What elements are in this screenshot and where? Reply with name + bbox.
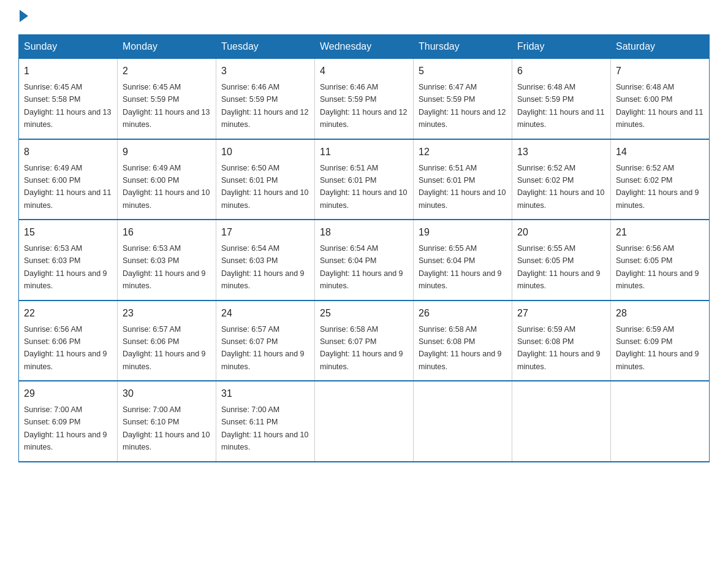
calendar-cell: 14 Sunrise: 6:52 AMSunset: 6:02 PMDaylig… xyxy=(611,139,710,220)
day-info: Sunrise: 6:59 AMSunset: 6:09 PMDaylight:… xyxy=(616,325,699,371)
calendar-header-monday: Monday xyxy=(118,35,216,59)
day-info: Sunrise: 6:49 AMSunset: 6:00 PMDaylight:… xyxy=(24,164,111,210)
calendar-cell: 16 Sunrise: 6:53 AMSunset: 6:03 PMDaylig… xyxy=(118,220,216,301)
logo-arrow-icon xyxy=(20,10,28,22)
calendar-header-sunday: Sunday xyxy=(19,35,118,59)
day-number: 10 xyxy=(221,145,309,159)
logo xyxy=(18,12,28,22)
day-number: 20 xyxy=(517,225,605,240)
calendar-week-row: 29 Sunrise: 7:00 AMSunset: 6:09 PMDaylig… xyxy=(19,381,710,462)
day-info: Sunrise: 6:45 AMSunset: 5:58 PMDaylight:… xyxy=(24,83,111,129)
calendar-cell: 19 Sunrise: 6:55 AMSunset: 6:04 PMDaylig… xyxy=(414,220,512,301)
day-number: 29 xyxy=(24,386,112,401)
day-number: 1 xyxy=(24,64,112,79)
calendar-cell: 9 Sunrise: 6:49 AMSunset: 6:00 PMDayligh… xyxy=(118,139,216,220)
day-info: Sunrise: 7:00 AMSunset: 6:11 PMDaylight:… xyxy=(221,405,308,451)
calendar-cell: 31 Sunrise: 7:00 AMSunset: 6:11 PMDaylig… xyxy=(216,381,315,462)
day-number: 19 xyxy=(419,225,507,240)
day-number: 13 xyxy=(517,145,605,159)
day-number: 28 xyxy=(616,306,704,321)
calendar-cell: 11 Sunrise: 6:51 AMSunset: 6:01 PMDaylig… xyxy=(315,139,414,220)
day-info: Sunrise: 6:46 AMSunset: 5:59 PMDaylight:… xyxy=(320,83,407,129)
day-info: Sunrise: 6:57 AMSunset: 6:07 PMDaylight:… xyxy=(221,325,305,371)
day-info: Sunrise: 6:55 AMSunset: 6:04 PMDaylight:… xyxy=(419,244,502,290)
day-number: 16 xyxy=(123,225,211,240)
day-info: Sunrise: 6:51 AMSunset: 6:01 PMDaylight:… xyxy=(419,164,506,210)
calendar-cell xyxy=(611,381,710,462)
calendar-cell: 21 Sunrise: 6:56 AMSunset: 6:05 PMDaylig… xyxy=(611,220,710,301)
day-info: Sunrise: 6:58 AMSunset: 6:07 PMDaylight:… xyxy=(320,325,403,371)
day-number: 22 xyxy=(24,306,112,321)
day-info: Sunrise: 6:59 AMSunset: 6:08 PMDaylight:… xyxy=(517,325,601,371)
calendar-cell: 18 Sunrise: 6:54 AMSunset: 6:04 PMDaylig… xyxy=(315,220,414,301)
calendar-week-row: 15 Sunrise: 6:53 AMSunset: 6:03 PMDaylig… xyxy=(19,220,710,301)
day-number: 27 xyxy=(517,306,605,321)
day-number: 6 xyxy=(517,64,605,79)
day-number: 2 xyxy=(123,64,211,79)
calendar-cell: 24 Sunrise: 6:57 AMSunset: 6:07 PMDaylig… xyxy=(216,301,315,381)
calendar-cell: 1 Sunrise: 6:45 AMSunset: 5:58 PMDayligh… xyxy=(19,59,118,139)
day-number: 21 xyxy=(616,225,704,240)
calendar-cell: 29 Sunrise: 7:00 AMSunset: 6:09 PMDaylig… xyxy=(19,381,118,462)
calendar-cell: 4 Sunrise: 6:46 AMSunset: 5:59 PMDayligh… xyxy=(315,59,414,139)
day-info: Sunrise: 6:52 AMSunset: 6:02 PMDaylight:… xyxy=(517,164,604,210)
calendar-cell: 12 Sunrise: 6:51 AMSunset: 6:01 PMDaylig… xyxy=(414,139,512,220)
calendar-header-wednesday: Wednesday xyxy=(315,35,414,59)
calendar-table: SundayMondayTuesdayWednesdayThursdayFrid… xyxy=(18,34,710,462)
calendar-cell: 22 Sunrise: 6:56 AMSunset: 6:06 PMDaylig… xyxy=(19,301,118,381)
day-info: Sunrise: 6:50 AMSunset: 6:01 PMDaylight:… xyxy=(221,164,308,210)
calendar-header-saturday: Saturday xyxy=(611,35,710,59)
calendar-week-row: 22 Sunrise: 6:56 AMSunset: 6:06 PMDaylig… xyxy=(19,301,710,381)
calendar-cell: 3 Sunrise: 6:46 AMSunset: 5:59 PMDayligh… xyxy=(216,59,315,139)
calendar-week-row: 1 Sunrise: 6:45 AMSunset: 5:58 PMDayligh… xyxy=(19,59,710,139)
day-info: Sunrise: 6:56 AMSunset: 6:05 PMDaylight:… xyxy=(616,244,699,290)
calendar-cell xyxy=(315,381,414,462)
day-number: 31 xyxy=(221,386,309,401)
day-info: Sunrise: 6:47 AMSunset: 5:59 PMDaylight:… xyxy=(419,83,506,129)
day-info: Sunrise: 6:52 AMSunset: 6:02 PMDaylight:… xyxy=(616,164,699,210)
day-info: Sunrise: 6:54 AMSunset: 6:03 PMDaylight:… xyxy=(221,244,305,290)
day-info: Sunrise: 6:48 AMSunset: 5:59 PMDaylight:… xyxy=(517,83,604,129)
day-info: Sunrise: 6:48 AMSunset: 6:00 PMDaylight:… xyxy=(616,83,703,129)
day-number: 4 xyxy=(320,64,408,79)
calendar-cell: 2 Sunrise: 6:45 AMSunset: 5:59 PMDayligh… xyxy=(118,59,216,139)
page-header xyxy=(18,12,710,22)
day-number: 12 xyxy=(419,145,507,159)
day-info: Sunrise: 6:53 AMSunset: 6:03 PMDaylight:… xyxy=(123,244,206,290)
day-info: Sunrise: 6:53 AMSunset: 6:03 PMDaylight:… xyxy=(24,244,107,290)
day-number: 25 xyxy=(320,306,408,321)
calendar-cell: 8 Sunrise: 6:49 AMSunset: 6:00 PMDayligh… xyxy=(19,139,118,220)
day-number: 26 xyxy=(419,306,507,321)
calendar-header-friday: Friday xyxy=(512,35,611,59)
day-info: Sunrise: 6:56 AMSunset: 6:06 PMDaylight:… xyxy=(24,325,107,371)
calendar-cell: 30 Sunrise: 7:00 AMSunset: 6:10 PMDaylig… xyxy=(118,381,216,462)
day-number: 11 xyxy=(320,145,408,159)
day-number: 18 xyxy=(320,225,408,240)
day-number: 15 xyxy=(24,225,112,240)
calendar-header-row: SundayMondayTuesdayWednesdayThursdayFrid… xyxy=(19,35,710,59)
day-number: 24 xyxy=(221,306,309,321)
calendar-cell: 23 Sunrise: 6:57 AMSunset: 6:06 PMDaylig… xyxy=(118,301,216,381)
day-info: Sunrise: 6:58 AMSunset: 6:08 PMDaylight:… xyxy=(419,325,502,371)
day-number: 7 xyxy=(616,64,704,79)
day-info: Sunrise: 7:00 AMSunset: 6:10 PMDaylight:… xyxy=(123,405,210,451)
day-info: Sunrise: 7:00 AMSunset: 6:09 PMDaylight:… xyxy=(24,405,107,451)
day-number: 23 xyxy=(123,306,211,321)
calendar-cell: 7 Sunrise: 6:48 AMSunset: 6:00 PMDayligh… xyxy=(611,59,710,139)
calendar-cell: 10 Sunrise: 6:50 AMSunset: 6:01 PMDaylig… xyxy=(216,139,315,220)
day-info: Sunrise: 6:54 AMSunset: 6:04 PMDaylight:… xyxy=(320,244,403,290)
calendar-cell: 17 Sunrise: 6:54 AMSunset: 6:03 PMDaylig… xyxy=(216,220,315,301)
day-info: Sunrise: 6:55 AMSunset: 6:05 PMDaylight:… xyxy=(517,244,601,290)
day-info: Sunrise: 6:45 AMSunset: 5:59 PMDaylight:… xyxy=(123,83,210,129)
calendar-week-row: 8 Sunrise: 6:49 AMSunset: 6:00 PMDayligh… xyxy=(19,139,710,220)
calendar-header-thursday: Thursday xyxy=(414,35,512,59)
calendar-cell xyxy=(512,381,611,462)
calendar-header-tuesday: Tuesday xyxy=(216,35,315,59)
day-number: 8 xyxy=(24,145,112,159)
day-number: 5 xyxy=(419,64,507,79)
day-number: 30 xyxy=(123,386,211,401)
calendar-cell: 28 Sunrise: 6:59 AMSunset: 6:09 PMDaylig… xyxy=(611,301,710,381)
day-number: 9 xyxy=(123,145,211,159)
day-info: Sunrise: 6:51 AMSunset: 6:01 PMDaylight:… xyxy=(320,164,407,210)
calendar-cell: 6 Sunrise: 6:48 AMSunset: 5:59 PMDayligh… xyxy=(512,59,611,139)
